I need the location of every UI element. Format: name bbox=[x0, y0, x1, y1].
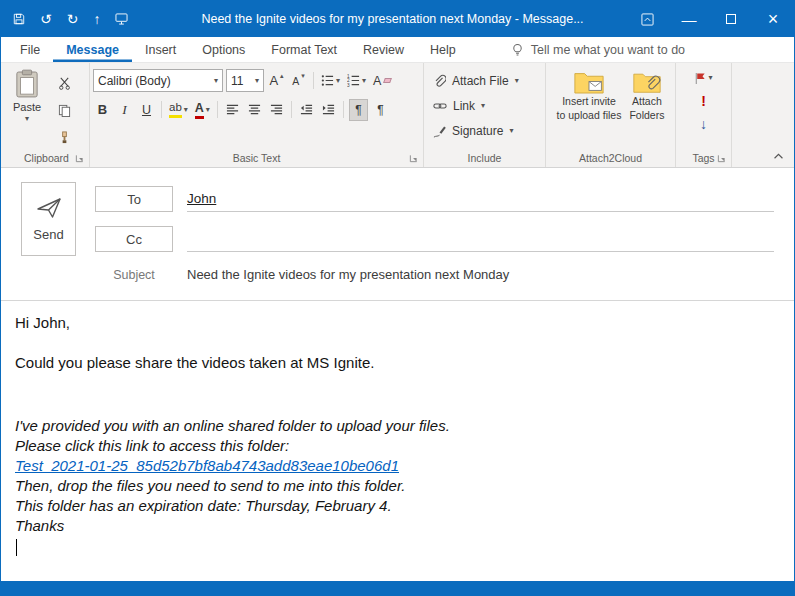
tab-format-text[interactable]: Format Text bbox=[258, 37, 350, 62]
titlebar: ↺ ↻ ↑ Need the Ignite videos for my pres… bbox=[1, 1, 794, 37]
close-button[interactable]: × bbox=[752, 1, 794, 37]
align-right-button[interactable] bbox=[267, 99, 286, 121]
copy-button[interactable] bbox=[55, 99, 74, 121]
dropdown-arrow-icon: ▾ bbox=[251, 77, 259, 85]
tab-insert[interactable]: Insert bbox=[132, 37, 189, 62]
decrease-indent-button[interactable] bbox=[297, 99, 316, 121]
paper-plane-icon bbox=[36, 196, 62, 220]
follow-up-button[interactable]: ▾ bbox=[692, 68, 714, 88]
send-label: Send bbox=[33, 227, 63, 242]
clipboard-icon bbox=[15, 69, 39, 99]
tab-options[interactable]: Options bbox=[189, 37, 258, 62]
bold-button[interactable]: B bbox=[93, 99, 112, 121]
link-button[interactable]: Link ▾ bbox=[433, 95, 542, 117]
signature-button[interactable]: Signature ▾ bbox=[433, 120, 542, 142]
ribbon-group-clipboard: Paste ▾ Clipboard bbox=[4, 63, 90, 167]
touch-mode-icon[interactable] bbox=[115, 13, 128, 25]
font-color-button[interactable]: A ▾ bbox=[193, 99, 212, 121]
ribbon-tab-bar: File Message Insert Options Format Text … bbox=[1, 37, 794, 63]
collapse-ribbon-button[interactable] bbox=[773, 153, 784, 160]
tab-review[interactable]: Review bbox=[350, 37, 417, 62]
dropdown-arrow-icon: ▾ bbox=[362, 77, 366, 85]
attach-folders-button[interactable]: Attach Folders bbox=[626, 68, 667, 148]
ribbon-display-options-button[interactable] bbox=[626, 1, 668, 37]
shared-folder-intro-line: I've provided you with an online shared … bbox=[15, 416, 778, 436]
insert-invite-button[interactable]: Insert invite to upload files bbox=[554, 68, 625, 148]
grow-font-button[interactable]: A ▴ bbox=[267, 70, 286, 92]
svg-text:3: 3 bbox=[347, 83, 350, 87]
font-name-select[interactable]: Calibri (Body) ▾ bbox=[93, 69, 223, 92]
cc-button[interactable]: Cc bbox=[95, 226, 173, 252]
align-center-button[interactable] bbox=[245, 99, 264, 121]
paragraph-marks-button[interactable]: ¶ bbox=[371, 99, 390, 121]
drop-files-line: Then, drop the files you need to send to… bbox=[15, 476, 778, 496]
attach-folders-label-1: Attach bbox=[632, 95, 662, 108]
window-title: Need the Ignite videos for my presentati… bbox=[141, 12, 644, 26]
maximize-icon bbox=[726, 14, 736, 24]
save-icon[interactable] bbox=[13, 13, 25, 25]
font-size-value: 11 bbox=[231, 74, 243, 88]
grow-font-glyph: A bbox=[269, 73, 278, 88]
to-field[interactable]: John bbox=[187, 186, 774, 212]
tags-dialog-launcher[interactable] bbox=[717, 154, 726, 163]
subject-field[interactable]: Need the Ignite videos for my presentati… bbox=[187, 267, 509, 282]
expiration-line: This folder has an expiration date: Thur… bbox=[15, 496, 778, 516]
include-group-label: Include bbox=[468, 152, 502, 164]
paperclip-icon bbox=[433, 74, 446, 88]
numbering-button[interactable]: 123 ▾ bbox=[345, 70, 368, 92]
separator bbox=[161, 101, 162, 118]
undo-icon[interactable]: ↺ bbox=[40, 12, 52, 26]
to-button[interactable]: To bbox=[95, 186, 173, 212]
attach-folders-label-2: Folders bbox=[629, 109, 664, 122]
paste-button[interactable]: Paste ▾ bbox=[7, 66, 47, 148]
cc-field[interactable] bbox=[187, 226, 774, 252]
basic-text-dialog-launcher[interactable] bbox=[409, 154, 418, 163]
format-painter-button[interactable] bbox=[55, 126, 74, 148]
shrink-font-button[interactable]: A ▾ bbox=[289, 70, 308, 92]
highlight-button[interactable]: ab ▾ bbox=[167, 99, 190, 121]
up-arrow-icon[interactable]: ↑ bbox=[93, 12, 100, 26]
shared-folder-block: I've provided you with an online shared … bbox=[15, 416, 778, 536]
tell-me-label: Tell me what you want to do bbox=[531, 43, 685, 57]
signature-label: Signature bbox=[452, 124, 503, 138]
clear-formatting-button[interactable]: A bbox=[371, 70, 393, 92]
eraser-icon bbox=[383, 78, 392, 83]
ribbon-group-attach2cloud: Insert invite to upload files Attach Fol… bbox=[546, 63, 676, 167]
shared-folder-link[interactable]: Test_2021-01-25_85d52b7bf8ab4743add83eae… bbox=[15, 457, 399, 474]
tell-me-box[interactable]: Tell me what you want to do bbox=[511, 37, 685, 62]
clipboard-dialog-launcher[interactable] bbox=[75, 154, 84, 163]
outlook-compose-window: ↺ ↻ ↑ Need the Ignite videos for my pres… bbox=[0, 0, 795, 596]
attach2cloud-group-label: Attach2Cloud bbox=[579, 152, 642, 164]
exclamation-icon: ! bbox=[701, 93, 706, 109]
cut-button[interactable] bbox=[55, 72, 74, 94]
font-name-value: Calibri (Body) bbox=[98, 74, 171, 88]
subject-label: Subject bbox=[95, 268, 173, 282]
maximize-button[interactable] bbox=[710, 1, 752, 37]
clipboard-group-label: Clipboard bbox=[24, 152, 69, 164]
attach-file-label: Attach File bbox=[452, 74, 509, 88]
increase-indent-button[interactable] bbox=[319, 99, 338, 121]
send-button[interactable]: Send bbox=[21, 182, 76, 256]
underline-button[interactable]: U bbox=[137, 99, 156, 121]
tab-message[interactable]: Message bbox=[53, 37, 132, 62]
message-body-editor[interactable]: Hi John, Could you please share the vide… bbox=[1, 301, 794, 581]
highlight-glyph: ab bbox=[169, 101, 182, 118]
align-left-button[interactable] bbox=[223, 99, 242, 121]
ltr-direction-button[interactable]: ¶ bbox=[349, 99, 368, 121]
tab-file[interactable]: File bbox=[7, 37, 53, 62]
low-importance-button[interactable]: ↓ bbox=[694, 114, 713, 134]
high-importance-button[interactable]: ! bbox=[694, 91, 713, 111]
tab-help[interactable]: Help bbox=[417, 37, 469, 62]
bullets-button[interactable]: ▾ bbox=[319, 70, 342, 92]
caret-down-icon: ▾ bbox=[301, 72, 305, 80]
message-header: Send To John Cc Subject Need the Ignite … bbox=[1, 168, 794, 301]
dropdown-arrow-icon: ▾ bbox=[515, 77, 519, 85]
italic-button[interactable]: I bbox=[115, 99, 134, 121]
lightbulb-icon bbox=[511, 43, 524, 57]
minimize-button[interactable]: — bbox=[668, 1, 710, 37]
font-size-select[interactable]: 11 ▾ bbox=[226, 69, 264, 92]
attach-file-button[interactable]: Attach File ▾ bbox=[433, 70, 542, 92]
recipient-chip[interactable]: John bbox=[187, 191, 216, 206]
pilcrow-icon: ¶ bbox=[377, 103, 383, 117]
redo-icon[interactable]: ↻ bbox=[67, 12, 79, 26]
